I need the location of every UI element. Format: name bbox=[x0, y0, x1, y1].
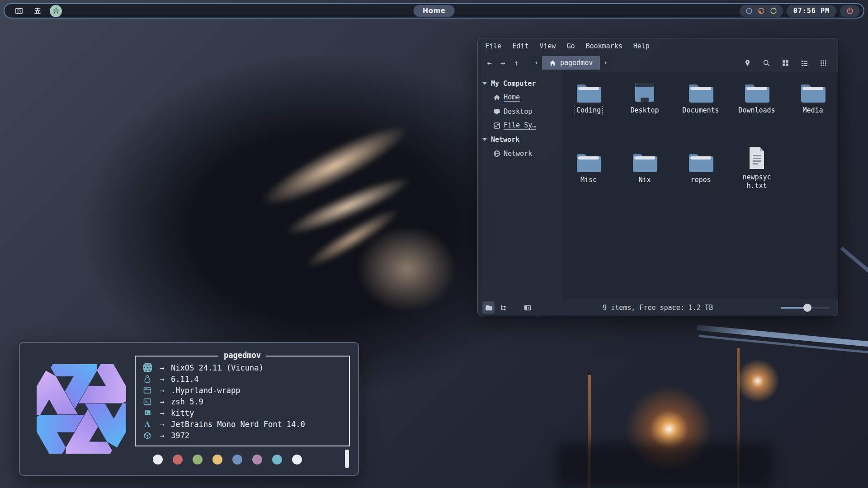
palette-dot bbox=[173, 455, 183, 465]
compact-view-button[interactable] bbox=[817, 56, 830, 69]
fetch-value-font: JetBrains Mono Nerd Font 14.0 bbox=[171, 420, 305, 429]
fastfetch-title: pagedmov bbox=[218, 351, 266, 360]
file-item-coding[interactable]: Coding bbox=[563, 80, 614, 115]
file-label: repos bbox=[689, 175, 712, 185]
file-icon-view[interactable]: Coding Desktop Documents Downloads Media… bbox=[563, 72, 838, 299]
menu-file[interactable]: File bbox=[485, 42, 501, 50]
menu-bar: File Edit View Go Bookmarks Help bbox=[478, 38, 838, 54]
fetch-row-wm: → .Hyprland-wrapp bbox=[142, 385, 343, 396]
arrow-icon: → bbox=[153, 375, 171, 384]
show-tree-button[interactable] bbox=[497, 301, 509, 314]
back-button[interactable]: ← bbox=[482, 56, 496, 69]
search-icon bbox=[763, 59, 770, 67]
tray-icon-blue[interactable] bbox=[745, 7, 753, 14]
arrow-icon: → bbox=[153, 420, 171, 429]
file-item-repos[interactable]: repos bbox=[675, 150, 726, 185]
wallpaper-hair-highlight bbox=[255, 114, 415, 217]
path-segment-home[interactable]: pagedmov bbox=[542, 56, 600, 70]
path-scroll-left-button[interactable] bbox=[530, 56, 542, 70]
system-tray[interactable] bbox=[740, 5, 783, 17]
up-button[interactable]: ↑ bbox=[509, 56, 523, 69]
palette-dot bbox=[272, 455, 282, 465]
sidebar-group-my-computer[interactable]: My Computer bbox=[482, 76, 563, 90]
folder-icon bbox=[576, 83, 601, 103]
file-item-desktop[interactable]: Desktop bbox=[619, 80, 670, 115]
fetch-value-packages: 3972 bbox=[171, 431, 189, 440]
menu-bookmarks[interactable]: Bookmarks bbox=[585, 42, 622, 50]
fetch-row-packages: → 3972 bbox=[142, 430, 343, 441]
file-item-nix[interactable]: Nix bbox=[619, 150, 670, 185]
wallpaper-hair-highlight bbox=[301, 202, 404, 274]
file-label: newpsych.txt bbox=[737, 173, 777, 191]
fetch-row-font: → JetBrains Mono Nerd Font 14.0 bbox=[142, 418, 343, 430]
file-item-media[interactable]: Media bbox=[788, 80, 838, 115]
forward-button[interactable]: → bbox=[496, 56, 509, 69]
toggle-side-pane-button[interactable] bbox=[521, 301, 533, 314]
file-manager-window: File Edit View Go Bookmarks Help ← → ↑ p… bbox=[477, 38, 838, 316]
menu-view[interactable]: View bbox=[539, 42, 556, 50]
sidebar-item-filesystem[interactable]: File Sy… bbox=[482, 118, 563, 132]
terminal-window[interactable]: pagedmov → NixOS 24.11 (Vicuna) → 6.11.4… bbox=[19, 342, 359, 476]
compact-view-icon bbox=[820, 59, 827, 67]
icon-view-button[interactable] bbox=[779, 56, 792, 69]
sidebar-item-label: Desktop bbox=[504, 108, 532, 116]
places-folder-icon bbox=[485, 304, 492, 311]
fetch-value-os: NixOS 24.11 (Vicuna) bbox=[171, 363, 264, 372]
file-item-newpsych-txt[interactable]: newpsych.txt bbox=[731, 147, 782, 191]
power-icon bbox=[846, 7, 854, 15]
terminal-color-palette bbox=[135, 455, 350, 465]
sidebar-item-desktop[interactable]: Desktop bbox=[482, 104, 563, 118]
search-button[interactable] bbox=[760, 56, 773, 69]
file-item-misc[interactable]: Misc bbox=[563, 150, 614, 185]
palette-dot bbox=[212, 455, 222, 465]
file-item-documents[interactable]: Documents bbox=[675, 80, 726, 115]
file-label: Nix bbox=[637, 175, 652, 185]
arrow-icon: → bbox=[153, 397, 171, 406]
terminal-outline-icon bbox=[142, 397, 153, 406]
sidebar-item-home[interactable]: Home bbox=[482, 90, 563, 104]
sidebar-item-label: File Sy… bbox=[504, 121, 536, 130]
collapse-triangle-icon[interactable] bbox=[482, 82, 487, 85]
folder-icon bbox=[688, 83, 713, 103]
location-button[interactable] bbox=[741, 56, 754, 69]
globe-icon bbox=[493, 150, 500, 157]
menu-help[interactable]: Help bbox=[633, 42, 650, 50]
collapse-triangle-icon[interactable] bbox=[482, 138, 487, 141]
wallpaper-face-glow bbox=[357, 226, 457, 312]
directory-tree-icon bbox=[500, 304, 507, 311]
file-item-downloads[interactable]: Downloads bbox=[731, 80, 782, 115]
window-icon bbox=[142, 386, 153, 395]
slider-thumb[interactable] bbox=[803, 304, 811, 312]
icon-size-slider[interactable] bbox=[781, 304, 830, 312]
sidebar-group-label: My Computer bbox=[491, 80, 536, 88]
workspace-switcher bbox=[13, 5, 62, 17]
location-pin-icon bbox=[744, 59, 751, 67]
workspace-button-5[interactable] bbox=[31, 5, 43, 17]
file-label: Desktop bbox=[628, 106, 660, 115]
file-label: Media bbox=[801, 106, 825, 115]
list-view-button[interactable] bbox=[798, 56, 811, 69]
workspace-button-6-active[interactable] bbox=[50, 5, 62, 17]
folder-icon bbox=[576, 152, 601, 172]
sidebar-group-network[interactable]: Network bbox=[482, 132, 563, 146]
fetch-value-shell: zsh 5.9 bbox=[171, 397, 203, 406]
show-places-button[interactable] bbox=[482, 301, 495, 314]
menu-edit[interactable]: Edit bbox=[512, 42, 528, 50]
wallpaper-hair-highlight bbox=[281, 169, 415, 243]
palette-dot bbox=[292, 455, 302, 465]
arrow-icon: → bbox=[153, 386, 171, 395]
tray-icon-orange[interactable] bbox=[758, 7, 765, 14]
folder-icon bbox=[744, 83, 769, 103]
nix-snowflake-icon bbox=[142, 363, 153, 372]
workspace-button-4[interactable] bbox=[13, 5, 25, 17]
grid-view-icon bbox=[782, 59, 789, 67]
sidebar-item-label: Home bbox=[504, 93, 520, 102]
desktop-folder-icon bbox=[632, 83, 657, 103]
path-scroll-right-button[interactable] bbox=[600, 56, 612, 70]
home-icon bbox=[493, 94, 500, 101]
menu-go[interactable]: Go bbox=[566, 42, 575, 50]
tray-icon-green[interactable] bbox=[770, 7, 777, 14]
side-pane-icon bbox=[524, 304, 531, 311]
sidebar-item-network[interactable]: Network bbox=[482, 146, 563, 160]
power-button[interactable] bbox=[840, 5, 860, 17]
